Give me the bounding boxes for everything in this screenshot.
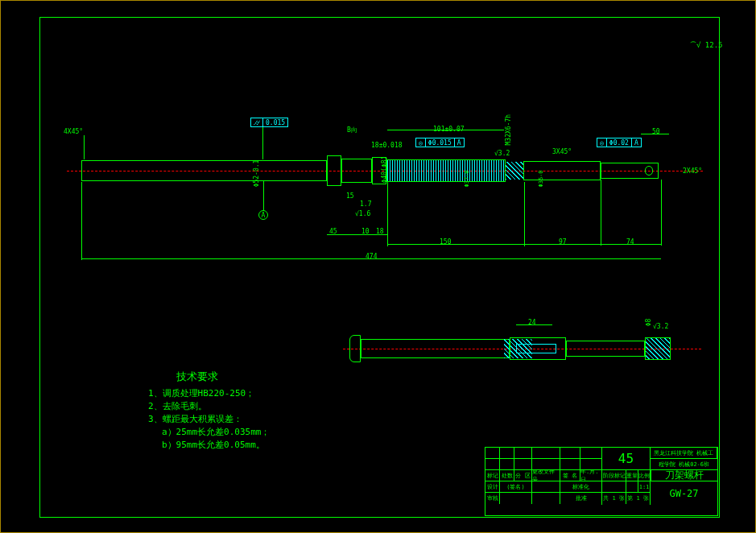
ext-474l (81, 182, 82, 260)
tb-sheet: 共 1 张 (602, 493, 626, 504)
dim-phi35: Φ35-0 (538, 170, 544, 187)
aux-keyway (516, 344, 556, 353)
dim-Bview: B向 (347, 126, 357, 134)
tb-scale: 比例 (638, 470, 651, 481)
tech-req-3b: b）95mm长允差0.05mm。 (162, 439, 265, 451)
shaft-seg-2 (341, 159, 372, 183)
dimline-97 (524, 244, 601, 245)
tb-material: 45 (602, 448, 651, 469)
tb-weight: 重量 (626, 470, 638, 481)
end-hole (645, 166, 653, 176)
dim-chamfer-right: 2X45° (683, 167, 702, 175)
drawing-frame (39, 17, 720, 518)
fcf-sym: ◎ (416, 138, 426, 147)
aux-head (349, 335, 361, 362)
fcf-tol: 0.015 (263, 118, 287, 126)
datum-a: A (258, 210, 268, 220)
aux-dimline-24 (516, 324, 552, 325)
tb-std: 标准化 (560, 481, 601, 492)
aux-body1 (361, 339, 510, 358)
tech-req-1: 1、调质处理HB220-250； (148, 387, 254, 399)
tech-req-3: 3、螺距最大积累误差： (148, 413, 242, 425)
tb-h6: 年.月.日 (580, 470, 602, 481)
dimline-50 (641, 134, 669, 134)
ext-97r (601, 180, 601, 246)
ext-74r (661, 180, 662, 246)
aux-body2 (566, 341, 645, 357)
dimline-74 (601, 244, 661, 245)
tb-approve: 批准 (560, 493, 601, 504)
tb-scaleval: 1:1 (638, 481, 650, 492)
ext-150r (524, 182, 525, 246)
tb-h2: 处数 (500, 470, 514, 481)
aux-dim-phi8: Φ8 (645, 319, 652, 327)
tb-page: 第 1 张 (626, 493, 650, 504)
tech-req-3a: a）25mm长允差0.035mm； (162, 426, 270, 438)
shaft-seg-flange (327, 155, 341, 186)
fcf-datum: A (632, 138, 641, 147)
ext-1 (84, 135, 85, 159)
tb-partname: 刀架螺杆 (651, 470, 717, 481)
tb-design: 设计 (485, 481, 500, 492)
datum-stem (263, 180, 264, 211)
aux-end (645, 337, 671, 360)
tb-designname: (签名) (500, 481, 532, 492)
dim-3x45: 3X45° (552, 148, 572, 155)
leader-fcf1 (262, 127, 263, 159)
surface-finish-global: ⏜√ 12.5 (690, 41, 723, 50)
fcf-runout-left: ⌭ 0.015 (250, 118, 288, 127)
dim-thread: M32X6-7h (505, 114, 512, 146)
aux-surf: √3.2 (653, 323, 668, 330)
dim-phi40: Φ40(Φ8) (381, 156, 388, 184)
tech-req-title: 技术要求 (176, 370, 218, 384)
tb-check: 审核 (485, 493, 500, 504)
dim-15: 15 (346, 192, 354, 200)
fcf-sym: ⌭ (251, 118, 263, 126)
tb-school: 黑龙江科技学院 机械工 (651, 448, 717, 459)
dimline-474 (81, 258, 661, 259)
dimline-101 (387, 130, 504, 130)
dim-chamfer-left: 4X45° (64, 128, 83, 135)
tb-h1: 标记 (485, 470, 500, 481)
fcf-datum: A (455, 138, 464, 147)
shaft-seg-4 (523, 161, 601, 180)
cad-canvas: ⏜√ 12.5 4X45° ⌭ 0.015 A Φ52-0.1 B向 18±0.… (0, 0, 756, 533)
title-block: 45 黑龙江科技学院 机械工 程学院 机械02-6班 标记 处数 分 区 更改文… (485, 447, 718, 516)
dimline-small (327, 234, 387, 235)
hatch-1 (506, 162, 523, 180)
ext-150l (387, 182, 388, 246)
tb-stage: 阶段标记 (602, 470, 626, 481)
dimline-150 (387, 244, 524, 245)
fcf-conc-right: ◎ Φ0.02 A (597, 138, 642, 147)
dim-18tol: 18±0.018 (371, 142, 403, 149)
tb-date (532, 481, 560, 492)
tb-drawingno: GW-27 (651, 481, 717, 505)
fcf-tol: Φ0.02 (607, 138, 632, 147)
tb-h4: 更改文件号 (532, 470, 560, 481)
tb-h3: 分 区 (514, 470, 532, 481)
surf-1.6: √1.6 (355, 210, 370, 217)
shaft-seg-1 (81, 160, 327, 181)
dim-1.7: 1.7 (360, 200, 371, 208)
fcf-tol: Φ0.015 (426, 138, 455, 147)
fcf-conc-mid: ◎ Φ0.015 A (415, 138, 465, 147)
tech-req-2: 2、去除毛刺。 (148, 400, 207, 412)
surf-3.2-a: √3.2 (494, 150, 510, 157)
fcf-sym: ◎ (597, 138, 607, 147)
dim-phi52: Φ52-0.1 (253, 160, 260, 188)
shaft-thread (386, 159, 506, 182)
dim-phi37: Φ37-0 (464, 170, 470, 187)
tb-h5: 签 名 (560, 470, 580, 481)
